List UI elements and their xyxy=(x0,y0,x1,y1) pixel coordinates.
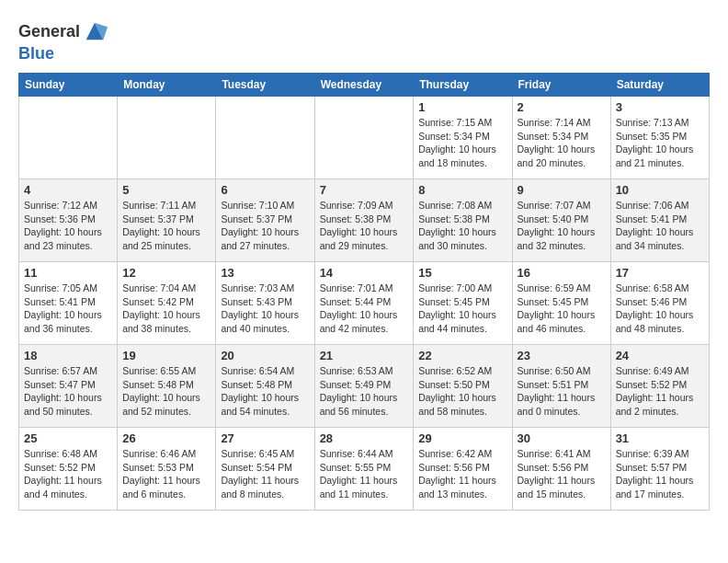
weekday-header-saturday: Saturday xyxy=(610,74,709,97)
calendar-cell: 14Sunrise: 7:01 AM Sunset: 5:44 PM Dayli… xyxy=(314,262,414,345)
logo-general-text: General xyxy=(18,22,80,41)
day-number: 3 xyxy=(616,100,704,114)
day-info: Sunrise: 6:52 AM Sunset: 5:50 PM Dayligh… xyxy=(418,364,506,419)
calendar-cell: 28Sunrise: 6:44 AM Sunset: 5:55 PM Dayli… xyxy=(314,428,414,511)
day-info: Sunrise: 6:49 AM Sunset: 5:52 PM Dayligh… xyxy=(616,364,704,419)
day-number: 11 xyxy=(24,266,112,280)
day-info: Sunrise: 7:01 AM Sunset: 5:44 PM Dayligh… xyxy=(320,282,409,336)
calendar-cell: 3Sunrise: 7:13 AM Sunset: 5:35 PM Daylig… xyxy=(610,97,709,179)
calendar-cell: 8Sunrise: 7:08 AM Sunset: 5:38 PM Daylig… xyxy=(414,179,512,262)
day-number: 29 xyxy=(418,431,506,445)
day-info: Sunrise: 7:15 AM Sunset: 5:34 PM Dayligh… xyxy=(418,116,506,170)
day-number: 18 xyxy=(24,349,112,362)
day-info: Sunrise: 6:42 AM Sunset: 5:56 PM Dayligh… xyxy=(418,447,506,501)
calendar-cell: 29Sunrise: 6:42 AM Sunset: 5:56 PM Dayli… xyxy=(414,428,512,511)
day-number: 12 xyxy=(122,266,210,280)
calendar-cell: 24Sunrise: 6:49 AM Sunset: 5:52 PM Dayli… xyxy=(610,345,709,428)
header: General Blue xyxy=(18,18,710,63)
day-info: Sunrise: 6:50 AM Sunset: 5:51 PM Dayligh… xyxy=(518,364,606,419)
weekday-header-sunday: Sunday xyxy=(19,74,118,97)
day-info: Sunrise: 6:57 AM Sunset: 5:47 PM Dayligh… xyxy=(24,364,112,419)
day-info: Sunrise: 7:14 AM Sunset: 5:34 PM Dayligh… xyxy=(518,116,606,170)
calendar-cell: 13Sunrise: 7:03 AM Sunset: 5:43 PM Dayli… xyxy=(216,262,314,345)
weekday-header-monday: Monday xyxy=(118,74,216,97)
calendar-week-row: 18Sunrise: 6:57 AM Sunset: 5:47 PM Dayli… xyxy=(19,345,710,428)
day-info: Sunrise: 6:44 AM Sunset: 5:55 PM Dayligh… xyxy=(320,447,409,501)
weekday-header-tuesday: Tuesday xyxy=(216,74,314,97)
calendar-cell: 25Sunrise: 6:48 AM Sunset: 5:52 PM Dayli… xyxy=(19,428,118,511)
calendar-cell: 10Sunrise: 7:06 AM Sunset: 5:41 PM Dayli… xyxy=(610,179,709,262)
day-info: Sunrise: 7:11 AM Sunset: 5:37 PM Dayligh… xyxy=(122,199,210,253)
day-number: 6 xyxy=(221,183,309,197)
calendar-week-row: 1Sunrise: 7:15 AM Sunset: 5:34 PM Daylig… xyxy=(19,97,710,179)
calendar-week-row: 4Sunrise: 7:12 AM Sunset: 5:36 PM Daylig… xyxy=(19,179,710,262)
day-number: 30 xyxy=(518,431,606,445)
calendar-week-row: 25Sunrise: 6:48 AM Sunset: 5:52 PM Dayli… xyxy=(19,428,710,511)
day-info: Sunrise: 6:39 AM Sunset: 5:57 PM Dayligh… xyxy=(616,447,704,501)
day-number: 28 xyxy=(320,431,409,445)
day-number: 31 xyxy=(616,431,704,445)
day-info: Sunrise: 6:41 AM Sunset: 5:56 PM Dayligh… xyxy=(518,447,606,501)
calendar-cell: 18Sunrise: 6:57 AM Sunset: 5:47 PM Dayli… xyxy=(19,345,118,428)
calendar-cell: 31Sunrise: 6:39 AM Sunset: 5:57 PM Dayli… xyxy=(610,428,709,511)
day-number: 8 xyxy=(418,183,506,197)
calendar-cell xyxy=(216,97,314,179)
calendar-cell xyxy=(19,97,118,179)
calendar-cell: 26Sunrise: 6:46 AM Sunset: 5:53 PM Dayli… xyxy=(118,428,216,511)
calendar-cell: 16Sunrise: 6:59 AM Sunset: 5:45 PM Dayli… xyxy=(512,262,610,345)
day-number: 19 xyxy=(122,349,210,362)
day-number: 2 xyxy=(518,100,606,114)
day-number: 16 xyxy=(518,266,606,280)
day-info: Sunrise: 7:03 AM Sunset: 5:43 PM Dayligh… xyxy=(221,282,309,336)
day-info: Sunrise: 7:04 AM Sunset: 5:42 PM Dayligh… xyxy=(122,282,210,336)
weekday-header-wednesday: Wednesday xyxy=(314,74,414,97)
calendar-cell: 30Sunrise: 6:41 AM Sunset: 5:56 PM Dayli… xyxy=(512,428,610,511)
calendar-cell: 5Sunrise: 7:11 AM Sunset: 5:37 PM Daylig… xyxy=(118,179,216,262)
day-info: Sunrise: 7:00 AM Sunset: 5:45 PM Dayligh… xyxy=(418,282,506,336)
day-number: 17 xyxy=(616,266,704,280)
day-info: Sunrise: 7:10 AM Sunset: 5:37 PM Dayligh… xyxy=(221,199,309,253)
day-number: 10 xyxy=(616,183,704,197)
day-number: 4 xyxy=(24,183,112,197)
day-info: Sunrise: 7:13 AM Sunset: 5:35 PM Dayligh… xyxy=(616,116,704,170)
calendar-cell: 17Sunrise: 6:58 AM Sunset: 5:46 PM Dayli… xyxy=(610,262,709,345)
day-number: 26 xyxy=(122,431,210,445)
calendar-cell: 4Sunrise: 7:12 AM Sunset: 5:36 PM Daylig… xyxy=(19,179,118,262)
day-info: Sunrise: 6:54 AM Sunset: 5:48 PM Dayligh… xyxy=(221,364,309,419)
day-number: 9 xyxy=(518,183,606,197)
calendar-cell: 1Sunrise: 7:15 AM Sunset: 5:34 PM Daylig… xyxy=(414,97,512,179)
day-info: Sunrise: 6:59 AM Sunset: 5:45 PM Dayligh… xyxy=(518,282,606,336)
calendar-cell: 19Sunrise: 6:55 AM Sunset: 5:48 PM Dayli… xyxy=(118,345,216,428)
day-info: Sunrise: 6:46 AM Sunset: 5:53 PM Dayligh… xyxy=(122,447,210,501)
calendar-cell: 23Sunrise: 6:50 AM Sunset: 5:51 PM Dayli… xyxy=(512,345,610,428)
logo-icon xyxy=(82,18,108,44)
weekday-header-friday: Friday xyxy=(512,74,610,97)
calendar-cell: 2Sunrise: 7:14 AM Sunset: 5:34 PM Daylig… xyxy=(512,97,610,179)
logo-blue-text: Blue xyxy=(18,44,54,63)
day-number: 15 xyxy=(418,266,506,280)
day-number: 14 xyxy=(320,266,409,280)
day-info: Sunrise: 7:07 AM Sunset: 5:40 PM Dayligh… xyxy=(518,199,606,253)
calendar-cell: 11Sunrise: 7:05 AM Sunset: 5:41 PM Dayli… xyxy=(19,262,118,345)
day-info: Sunrise: 7:05 AM Sunset: 5:41 PM Dayligh… xyxy=(24,282,112,336)
day-info: Sunrise: 6:48 AM Sunset: 5:52 PM Dayligh… xyxy=(24,447,112,501)
day-info: Sunrise: 6:55 AM Sunset: 5:48 PM Dayligh… xyxy=(122,364,210,419)
day-info: Sunrise: 6:53 AM Sunset: 5:49 PM Dayligh… xyxy=(320,364,409,419)
calendar-week-row: 11Sunrise: 7:05 AM Sunset: 5:41 PM Dayli… xyxy=(19,262,710,345)
day-info: Sunrise: 7:08 AM Sunset: 5:38 PM Dayligh… xyxy=(418,199,506,253)
calendar-cell: 15Sunrise: 7:00 AM Sunset: 5:45 PM Dayli… xyxy=(414,262,512,345)
day-info: Sunrise: 6:58 AM Sunset: 5:46 PM Dayligh… xyxy=(616,282,704,336)
calendar-cell: 6Sunrise: 7:10 AM Sunset: 5:37 PM Daylig… xyxy=(216,179,314,262)
calendar-table: SundayMondayTuesdayWednesdayThursdayFrid… xyxy=(18,73,710,511)
day-number: 22 xyxy=(418,349,506,362)
day-number: 23 xyxy=(518,349,606,362)
calendar-cell: 21Sunrise: 6:53 AM Sunset: 5:49 PM Dayli… xyxy=(314,345,414,428)
day-info: Sunrise: 7:09 AM Sunset: 5:38 PM Dayligh… xyxy=(320,199,409,253)
day-number: 20 xyxy=(221,349,309,362)
day-number: 13 xyxy=(221,266,309,280)
day-number: 27 xyxy=(221,431,309,445)
day-number: 7 xyxy=(320,183,409,197)
day-number: 5 xyxy=(122,183,210,197)
calendar-cell xyxy=(118,97,216,179)
weekday-header-thursday: Thursday xyxy=(414,74,512,97)
